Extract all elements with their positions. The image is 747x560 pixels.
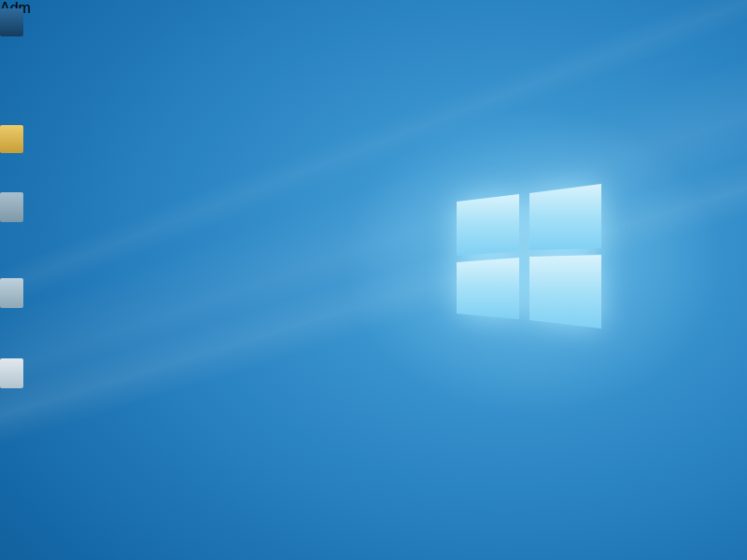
desktop-icon-partial[interactable] <box>0 427 23 457</box>
desktop-background: Adm <box>0 0 747 560</box>
desktop-icon-partial[interactable] <box>0 8 23 36</box>
desktop-icon-partial[interactable] <box>0 278 23 308</box>
light-beam <box>0 30 747 455</box>
desktop-icon-partial[interactable] <box>0 192 23 222</box>
light-beam <box>0 0 747 315</box>
desktop-icon-partial[interactable] <box>0 125 23 153</box>
light-beam <box>0 119 747 459</box>
windows-logo <box>0 0 747 560</box>
windows-logo-glow <box>289 65 747 457</box>
desktop-icon-label: Adm <box>0 0 747 17</box>
desktop-icon-partial[interactable] <box>0 358 23 388</box>
